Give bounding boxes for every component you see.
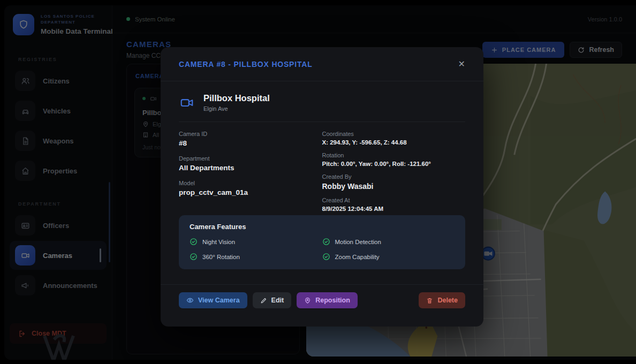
- model-value: prop_cctv_cam_01a: [179, 188, 322, 196]
- map-pin-icon: [304, 297, 311, 304]
- camera-details-modal: CAMERA #8 - PILLBOX HOSPITAL ✕ Pillbox H…: [161, 47, 483, 327]
- check-circle-icon: [190, 238, 198, 246]
- view-camera-label: View Camera: [198, 297, 240, 304]
- modal-body: Pillbox Hospital Elgin Ave Camera ID #8 …: [161, 81, 483, 284]
- modal-header: CAMERA #8 - PILLBOX HOSPITAL ✕: [161, 47, 483, 81]
- edit-button[interactable]: Edit: [253, 292, 292, 308]
- modal-title: CAMERA #8 - PILLBOX HOSPITAL: [179, 60, 313, 69]
- camera-id-value: #8: [179, 139, 322, 147]
- check-circle-icon: [322, 253, 330, 261]
- camera-street: Elgin Ave: [203, 105, 270, 112]
- pencil-icon: [260, 297, 267, 304]
- reposition-label: Reposition: [315, 297, 350, 304]
- camera-features-panel: Camera Features Night Vision Motion Dete…: [179, 215, 465, 269]
- check-circle-icon: [190, 253, 198, 261]
- modal-footer: View Camera Edit Reposition Delete: [161, 284, 483, 308]
- camera-name: Pillbox Hospital: [203, 93, 270, 103]
- feature-360-rotation: 360° Rotation: [190, 253, 322, 261]
- edit-label: Edit: [271, 297, 284, 304]
- camera-id-label: Camera ID: [179, 131, 322, 137]
- rotation-label: Rotation: [322, 152, 466, 158]
- close-icon[interactable]: ✕: [458, 60, 465, 69]
- coordinates-value: X: 294.93, Y: -596.65, Z: 44.68: [322, 139, 466, 146]
- feature-label: 360° Rotation: [202, 254, 240, 260]
- video-camera-icon: [179, 96, 195, 110]
- created-at-value: 8/9/2025 12:04:45 AM: [322, 206, 466, 212]
- trash-icon: [426, 297, 433, 304]
- eye-icon: [186, 297, 194, 304]
- feature-night-vision: Night Vision: [190, 238, 322, 246]
- department-label: Department: [179, 155, 322, 162]
- created-by-value: Robby Wasabi: [322, 182, 466, 191]
- check-circle-icon: [322, 238, 330, 246]
- feature-label: Motion Detection: [335, 239, 381, 245]
- camera-details-grid: Camera ID #8 Department All Departments …: [179, 122, 465, 212]
- created-at-label: Created At: [322, 197, 466, 203]
- feature-zoom-capability: Zoom Capability: [322, 253, 455, 261]
- model-label: Model: [179, 180, 322, 186]
- feature-label: Night Vision: [202, 239, 235, 245]
- reposition-button[interactable]: Reposition: [297, 292, 358, 308]
- rotation-value: Pitch: 0.00°, Yaw: 0.00°, Roll: -121.60°: [322, 161, 466, 167]
- delete-button[interactable]: Delete: [419, 292, 465, 308]
- created-by-label: Created By: [322, 173, 466, 180]
- camera-summary: Pillbox Hospital Elgin Ave: [179, 93, 465, 122]
- department-value: All Departments: [179, 164, 322, 172]
- features-title: Camera Features: [190, 223, 455, 231]
- feature-motion-detection: Motion Detection: [322, 238, 455, 246]
- delete-label: Delete: [437, 297, 458, 304]
- coordinates-label: Coordinates: [322, 131, 466, 137]
- view-camera-button[interactable]: View Camera: [179, 292, 247, 308]
- feature-label: Zoom Capability: [335, 254, 380, 260]
